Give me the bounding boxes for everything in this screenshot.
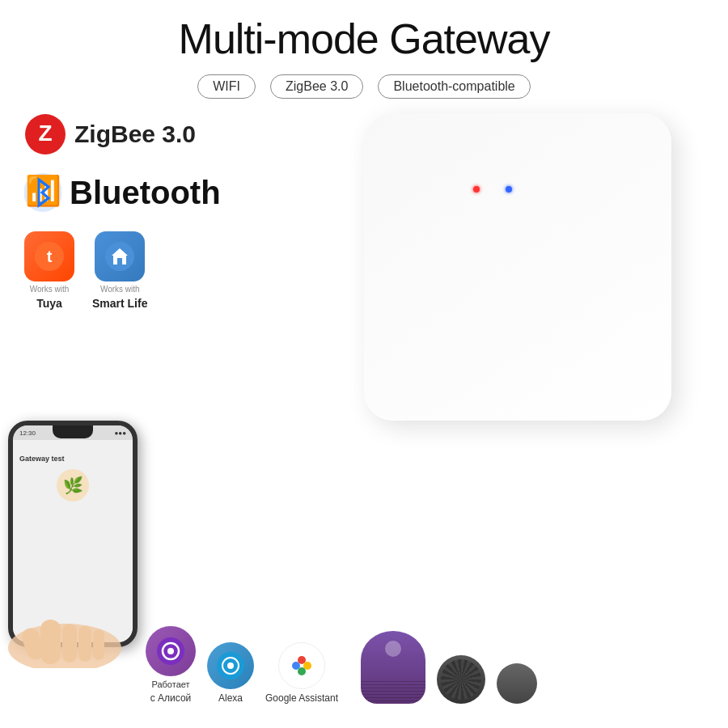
zigbee-label: ZigBee 3.0 [74,121,196,148]
svg-point-21 [227,662,234,669]
phone-app-text: 🌿 [19,469,126,502]
bottom-row: Работает с Алисой Alexa [146,626,537,704]
bluetooth-row: 📶 Bluetooth [24,171,251,214]
google-label: Google Assistant [265,692,338,704]
smartlife-sublabel: Works with [100,285,140,294]
svg-text:Z: Z [38,121,52,146]
hand-illustration [0,579,133,671]
zigbee-icon: Z [24,113,66,155]
features-column: Z ZigBee 3.0 📶 Bluetooth [24,113,251,326]
svg-rect-13 [78,626,91,662]
tuya-sublabel: Works with [30,285,70,294]
smartlife-app-item: Works with Smart Life [92,231,147,310]
alexa-icon [207,642,254,689]
led-blue [506,186,512,193]
tuya-app-item: t Works with Tuya [24,231,74,310]
tuya-icon: t [24,231,74,281]
phone-notch [53,425,93,438]
smartlife-icon [95,231,145,281]
svg-rect-11 [40,620,61,664]
phone-app-header: Gateway test [19,455,126,463]
led-red [473,186,480,193]
zigbee-row: Z ZigBee 3.0 [24,113,251,155]
page-title: Multi-mode Gateway [0,0,728,63]
echo-dot-2 [497,663,537,704]
svg-rect-14 [93,629,104,660]
phone-time: 12:30 [19,430,36,437]
device-area [348,97,688,437]
phone-status-icons: ●●● [115,430,127,437]
echo-dot-1-body [437,655,485,704]
purple-speaker-body [361,631,425,704]
purple-speaker [361,631,425,704]
gateway-device [364,113,671,421]
alexa-label: Alexa [218,692,243,704]
badges-row: WIFI ZigBee 3.0 Bluetooth-compatible [0,74,728,99]
zigbee-badge: ZigBee 3.0 [270,74,363,99]
alice-icon [146,626,196,676]
google-assistant: Google Assistant [265,642,338,704]
svg-point-18 [167,648,174,654]
svg-point-26 [298,667,306,675]
echo-dot-2-body [497,663,537,704]
svg-text:t: t [47,248,53,265]
alice-assistant: Работает с Алисой [146,626,196,704]
alice-sublabel: Работает [151,679,189,689]
svg-rect-12 [62,624,77,662]
wifi-badge: WIFI [197,74,256,99]
smartlife-label: Smart Life [92,297,147,310]
tuya-label: Tuya [36,297,62,310]
alice-label: с Алисой [150,692,192,704]
google-icon [278,642,325,689]
echo-dot-1 [437,655,485,704]
hand-svg [0,579,133,668]
alexa-assistant: Alexa [207,642,254,704]
svg-rect-9 [117,258,122,265]
app-icons-row: t Works with Tuya [24,231,251,310]
page-container: Multi-mode Gateway WIFI ZigBee 3.0 Bluet… [0,0,728,728]
bluetooth-badge: Bluetooth-compatible [378,74,530,99]
bluetooth-label: Bluetooth [70,175,221,211]
phone-area: 12:30 ●●● Gateway test 🌿 [8,421,170,647]
bluetooth-icon: 📶 [24,171,61,214]
